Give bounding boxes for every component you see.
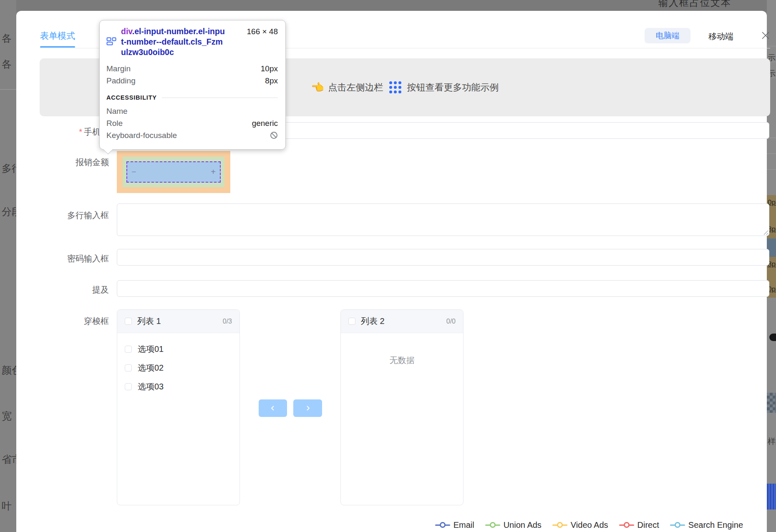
transfer-list-item[interactable]: 选项03 (117, 377, 239, 396)
checkbox[interactable] (125, 346, 132, 353)
inspect-highlight-padding: − + (123, 157, 224, 187)
background-text-fragment: 样式 (768, 436, 776, 447)
divider (767, 169, 776, 170)
active-tab-indicator (40, 46, 75, 48)
legend-label: Union Ads (504, 520, 542, 530)
pointing-left-hand-emoji: 👈 (311, 81, 324, 93)
background-text-fragment: 颜色 (2, 364, 16, 377)
password-field-label: 密码输入框 (58, 253, 109, 264)
transfer-source-panel: 列表 1 0/3 选项01选项02选项03 (117, 309, 240, 505)
legend-line-marker-icon (435, 522, 450, 528)
multiline-textarea[interactable] (117, 203, 769, 236)
increase-icon[interactable]: + (211, 167, 216, 177)
background-transparency-checker (767, 393, 776, 413)
accessibility-section-header: ACCESSIBILITY (106, 94, 278, 101)
transfer-list-item[interactable]: 选项02 (117, 359, 239, 377)
inspected-input-number[interactable]: − + (126, 161, 221, 183)
device-tab-pc[interactable]: 电脑端 (645, 28, 690, 43)
background-toggle-icon (769, 334, 776, 341)
a11y-keyboard-row: Keyboard-focusable (106, 129, 278, 143)
inspect-highlight-margin: − + (117, 151, 230, 193)
transfer-source-count: 0/3 (223, 318, 232, 325)
legend-line-marker-icon (619, 522, 634, 528)
legend-label: Video Ads (571, 520, 608, 530)
checkbox[interactable] (125, 383, 132, 390)
a11y-name-row: Name (106, 105, 278, 117)
background-text-fragment: 多行 (2, 162, 16, 175)
margin-row: Margin 10px (106, 63, 278, 75)
transfer-field-label: 穿梭框 (58, 316, 109, 327)
transfer-item-label: 选项03 (138, 381, 164, 392)
textarea-field-label: 多行输入框 (58, 210, 109, 221)
background-page-left-strip: 各各多行分段颜色宽省市叶 (0, 0, 16, 532)
divider (767, 153, 776, 154)
divider (767, 46, 776, 46)
background-text-fragment: 分段 (2, 205, 16, 218)
devtools-inspect-tooltip: div.el-input-number.el-input-number--def… (99, 20, 286, 150)
background-text-fragment: 各 (2, 58, 12, 71)
background-page-top-strip: 输入框占位文本 (0, 0, 776, 12)
divider (0, 89, 16, 90)
padding-row: Padding 8px (106, 75, 278, 87)
inspected-dimensions: 166 × 48 (247, 26, 278, 58)
password-input[interactable] (117, 249, 769, 266)
banner-text-before: 点击左侧边栏 (328, 81, 383, 94)
background-text-fragment: 输入框占位文本 (658, 0, 731, 9)
banner-text-after: 按钮查看更多功能示例 (407, 81, 499, 94)
background-text-fragment: 叶 (2, 499, 12, 513)
close-icon[interactable] (761, 30, 771, 40)
transfer-target-title: 列表 2 (361, 316, 385, 327)
legend-line-marker-icon (670, 522, 685, 528)
legend-line-marker-icon (485, 522, 500, 528)
amount-field-label: 报销金额 (58, 157, 109, 168)
mention-field-label: 提及 (58, 284, 109, 296)
transfer-to-left-button[interactable] (259, 399, 287, 417)
transfer-list-item[interactable]: 选项01 (117, 340, 239, 359)
legend-item[interactable]: Search Engine (670, 520, 743, 530)
checkbox[interactable] (125, 318, 132, 325)
inspected-selector: div.el-input-number.el-input-number--def… (121, 26, 226, 58)
decrease-icon[interactable]: − (131, 167, 136, 177)
transfer-to-right-button[interactable] (293, 399, 322, 417)
tab-form-mode[interactable]: 表单模式 (40, 30, 75, 42)
a11y-role-row: Role generic (106, 117, 278, 129)
legend-line-marker-icon (552, 522, 567, 528)
legend-label: Direct (637, 520, 659, 530)
element-badge-icon (106, 37, 116, 47)
transfer-source-list: 选项01选项02选项03 (117, 333, 239, 396)
chart-legend: EmailUnion AdsVideo AdsDirectSearch Engi… (435, 519, 743, 531)
legend-label: Search Engine (688, 520, 743, 530)
legend-item[interactable]: Email (435, 520, 474, 530)
checkbox[interactable] (125, 364, 132, 371)
grid-dots-icon (389, 81, 401, 93)
transfer-item-label: 选项01 (138, 344, 164, 355)
legend-label: Email (454, 520, 474, 530)
checkbox[interactable] (348, 318, 355, 325)
transfer-source-title: 列表 1 (137, 316, 161, 327)
background-text-fragment: 省市 (2, 453, 16, 466)
background-text-fragment: 宽 (2, 409, 12, 423)
not-focusable-icon (270, 129, 278, 143)
legend-item[interactable]: Video Ads (552, 520, 608, 530)
transfer-target-count: 0/0 (446, 318, 456, 325)
transfer-empty-text: 无数据 (341, 355, 463, 366)
required-asterisk: * (79, 127, 82, 136)
transfer-target-header[interactable]: 列表 2 0/0 (341, 310, 463, 333)
device-tab-mobile[interactable]: 移动端 (708, 31, 733, 42)
mention-input[interactable] (117, 280, 769, 297)
legend-item[interactable]: Union Ads (485, 520, 542, 530)
background-text-fragment: 各 (2, 32, 12, 45)
transfer-target-panel: 列表 2 0/0 无数据 (340, 309, 464, 505)
transfer-source-header[interactable]: 列表 1 0/3 (117, 310, 239, 333)
legend-item[interactable]: Direct (619, 520, 659, 530)
transfer-item-label: 选项02 (138, 362, 164, 374)
background-blue-strip (767, 484, 776, 509)
screen: 输入框占位文本 各各多行分段颜色宽省市叶 示 ⌄示 ⌄0px8px8px0px样… (0, 0, 776, 532)
